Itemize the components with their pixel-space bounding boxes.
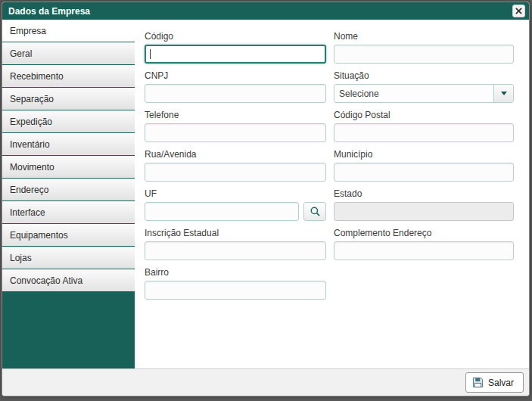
sidebar-tabs: Empresa Geral Recebimento Separação Expe… bbox=[2, 20, 135, 368]
rua-avenida-input[interactable] bbox=[145, 163, 326, 182]
codigo-postal-label: Código Postal bbox=[334, 110, 514, 120]
municipio-input[interactable] bbox=[334, 163, 514, 182]
codigo-postal-input[interactable] bbox=[334, 123, 514, 142]
inscricao-estadual-input[interactable] bbox=[145, 241, 326, 260]
cnpj-input[interactable] bbox=[145, 84, 326, 103]
field-uf: UF bbox=[145, 188, 326, 221]
estado-label: Estado bbox=[334, 188, 514, 199]
nome-input[interactable] bbox=[334, 45, 514, 64]
field-complemento-endereco: Complemento Endereço bbox=[334, 228, 514, 260]
save-disk-icon bbox=[472, 377, 484, 388]
codigo-input[interactable] bbox=[145, 45, 326, 64]
tab-separacao[interactable]: Separação bbox=[2, 88, 135, 110]
dialog-footer: Salvar bbox=[2, 368, 529, 396]
codigo-label: Código bbox=[145, 31, 326, 42]
bairro-input[interactable] bbox=[145, 281, 326, 300]
close-button[interactable] bbox=[512, 5, 525, 17]
situacao-dropdown-button[interactable] bbox=[493, 85, 513, 102]
uf-input[interactable] bbox=[145, 202, 299, 221]
field-codigo-postal: Código Postal bbox=[334, 110, 514, 142]
field-inscricao-estadual: Inscrição Estadual bbox=[145, 228, 326, 260]
telefone-input[interactable] bbox=[145, 123, 326, 142]
bairro-label: Bairro bbox=[145, 267, 326, 278]
nome-label: Nome bbox=[334, 31, 514, 42]
field-codigo: Código bbox=[145, 31, 326, 64]
tab-equipamentos[interactable]: Equipamentos bbox=[2, 224, 135, 246]
tab-empresa[interactable]: Empresa bbox=[2, 20, 135, 42]
field-rua-avenida: Rua/Avenida bbox=[145, 149, 326, 182]
field-telefone: Telefone bbox=[145, 110, 326, 142]
empresa-form: Código Nome CNPJ Situação bbox=[135, 20, 529, 368]
dialog-titlebar: Dados da Empresa bbox=[2, 2, 529, 20]
field-situacao: Situação Selecione bbox=[334, 70, 514, 103]
text-caret bbox=[150, 49, 151, 59]
tab-endereco[interactable]: Endereço bbox=[2, 179, 135, 201]
complemento-endereco-input[interactable] bbox=[334, 241, 514, 260]
field-municipio: Município bbox=[334, 149, 514, 182]
inscricao-estadual-label: Inscrição Estadual bbox=[145, 228, 326, 238]
save-button-label: Salvar bbox=[488, 378, 514, 388]
tab-convocacao-ativa[interactable]: Convocação Ativa bbox=[2, 269, 135, 291]
tab-recebimento[interactable]: Recebimento bbox=[2, 65, 135, 87]
rua-avenida-label: Rua/Avenida bbox=[145, 149, 326, 160]
uf-label: UF bbox=[145, 188, 326, 199]
chevron-down-icon bbox=[501, 92, 507, 95]
cnpj-label: CNPJ bbox=[145, 70, 326, 81]
situacao-selected-value: Selecione bbox=[334, 89, 493, 99]
tab-expedicao[interactable]: Expedição bbox=[2, 110, 135, 132]
save-button[interactable]: Salvar bbox=[465, 372, 524, 393]
dialog-title: Dados da Empresa bbox=[8, 6, 90, 17]
field-estado: Estado bbox=[334, 188, 514, 221]
complemento-endereco-label: Complemento Endereço bbox=[334, 228, 514, 238]
situacao-select[interactable]: Selecione bbox=[334, 84, 514, 103]
telefone-label: Telefone bbox=[145, 110, 326, 120]
search-icon bbox=[310, 206, 321, 217]
dialog-body: Empresa Geral Recebimento Separação Expe… bbox=[2, 20, 529, 368]
field-cnpj: CNPJ bbox=[145, 70, 326, 103]
field-bairro: Bairro bbox=[145, 267, 326, 300]
tab-geral[interactable]: Geral bbox=[2, 42, 135, 64]
field-nome: Nome bbox=[334, 31, 514, 64]
tab-lojas[interactable]: Lojas bbox=[2, 247, 135, 269]
close-icon bbox=[515, 8, 522, 14]
municipio-label: Município bbox=[334, 149, 514, 160]
uf-search-button[interactable] bbox=[303, 202, 326, 221]
tab-interface[interactable]: Interface bbox=[2, 201, 135, 223]
estado-input bbox=[334, 202, 514, 221]
situacao-label: Situação bbox=[334, 70, 514, 81]
tab-movimento[interactable]: Movimento bbox=[2, 156, 135, 178]
tab-inventario[interactable]: Inventário bbox=[2, 133, 135, 155]
dados-da-empresa-dialog: Dados da Empresa Empresa Geral Recebimen… bbox=[2, 2, 530, 396]
